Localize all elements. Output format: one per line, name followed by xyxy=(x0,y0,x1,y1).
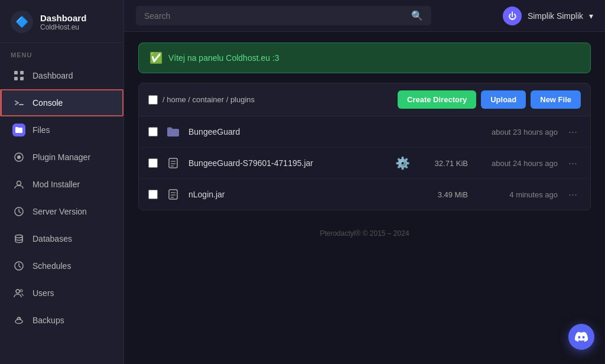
breadcrumb: / home / container / plugins xyxy=(162,95,255,104)
svg-point-11 xyxy=(15,235,22,238)
svg-rect-0 xyxy=(14,71,18,74)
logo-icon: 🔷 xyxy=(11,11,33,33)
action-buttons: Create Directory Upload New File xyxy=(398,90,581,109)
svg-rect-6 xyxy=(15,127,18,129)
new-file-button[interactable]: New File xyxy=(531,90,581,109)
user-dropdown-icon: ▾ xyxy=(589,11,593,21)
plugin-manager-icon xyxy=(12,151,25,164)
table-row[interactable]: nLogin.jar 3.49 MiB 4 minutes ago ··· xyxy=(139,179,590,210)
svg-rect-20 xyxy=(169,190,177,199)
create-directory-button[interactable]: Create Directory xyxy=(398,90,476,109)
menu-label: MENU xyxy=(0,43,123,62)
table-row[interactable]: BungeeGuard about 23 hours ago ··· xyxy=(139,116,590,148)
sidebar-nav: Dashboard Console Files Plugin Manager M xyxy=(0,62,123,364)
sidebar-item-dashboard[interactable]: Dashboard xyxy=(0,62,123,89)
sidebar-header: 🔷 Dashboard ColdHost.eu xyxy=(0,0,123,43)
file-size-2: 32.71 KiB xyxy=(421,159,468,168)
file-manager-header: / home / container / plugins Create Dire… xyxy=(139,83,590,116)
plugin-manager-label: Plugin Manager xyxy=(32,152,90,162)
server-version-icon xyxy=(12,205,25,218)
server-version-label: Server Version xyxy=(32,207,87,216)
file-name-2: BungeeGuard-S79601-471195.jar xyxy=(188,158,388,168)
svg-point-14 xyxy=(20,290,22,292)
databases-label: Databases xyxy=(32,234,72,243)
file-icon-nlogin xyxy=(165,186,181,203)
svg-rect-2 xyxy=(14,77,18,80)
select-all-checkbox[interactable] xyxy=(148,95,158,105)
sidebar-title: Dashboard ColdHost.eu xyxy=(40,13,86,31)
banner-message: Vítej na panelu Coldhost.eu :3 xyxy=(168,53,279,63)
schedules-label: Schedules xyxy=(32,261,71,271)
sidebar-item-files[interactable]: Files xyxy=(0,116,123,144)
file-actions-2[interactable]: ··· xyxy=(565,156,581,171)
sidebar-item-users[interactable]: Users xyxy=(0,280,123,307)
user-name: Simplik Simplik xyxy=(528,11,583,21)
console-label: Console xyxy=(32,98,63,108)
sidebar-item-plugin-manager[interactable]: Plugin Manager xyxy=(0,144,123,171)
databases-icon xyxy=(12,232,25,245)
files-icon xyxy=(12,124,25,136)
file-actions-1[interactable]: ··· xyxy=(565,125,581,139)
backups-label: Backups xyxy=(32,316,64,325)
sidebar-title-main: Dashboard xyxy=(40,13,86,23)
sidebar-item-mod-installer[interactable]: Mod Installer xyxy=(0,171,123,198)
svg-point-9 xyxy=(17,181,21,186)
file-name-3: nLogin.jar xyxy=(188,190,414,199)
file-checkbox-1[interactable] xyxy=(148,127,158,136)
file-date-2: about 24 hours ago xyxy=(475,159,558,168)
console-icon xyxy=(12,96,25,109)
file-size-3: 3.49 MiB xyxy=(421,190,468,199)
svg-point-13 xyxy=(16,290,19,293)
main-area: 🔍 ⏻ Simplik Simplik ▾ ✅ Vítej na panelu … xyxy=(124,0,605,364)
search-input[interactable] xyxy=(144,11,405,21)
sidebar-item-databases[interactable]: Databases xyxy=(0,225,123,252)
users-icon xyxy=(12,287,25,300)
search-wrap[interactable]: 🔍 xyxy=(136,6,431,25)
backups-icon xyxy=(12,314,25,327)
sidebar-item-server-version[interactable]: Server Version xyxy=(0,198,123,225)
topbar: 🔍 ⏻ Simplik Simplik ▾ xyxy=(124,0,605,32)
banner-icon: ✅ xyxy=(149,51,162,64)
users-label: Users xyxy=(32,288,54,298)
svg-point-8 xyxy=(17,155,21,159)
file-date-3: 4 minutes ago xyxy=(475,190,558,199)
dashboard-label: Dashboard xyxy=(32,71,73,80)
file-checkbox-3[interactable] xyxy=(148,190,158,199)
sidebar-item-console[interactable]: Console xyxy=(0,89,123,116)
discord-fab[interactable] xyxy=(568,324,594,350)
user-avatar: ⏻ xyxy=(503,6,522,25)
file-list: BungeeGuard about 23 hours ago ··· Bunge… xyxy=(139,116,590,210)
footer-text: Pterodactyl® © 2015 – 2024 xyxy=(320,229,409,238)
upload-button[interactable]: Upload xyxy=(481,90,526,109)
folder-icon xyxy=(165,124,181,140)
search-icon: 🔍 xyxy=(411,10,423,21)
table-row[interactable]: BungeeGuard-S79601-471195.jar ⚙️ 32.71 K… xyxy=(139,148,590,179)
file-icon-jar xyxy=(165,155,181,171)
footer: Pterodactyl® © 2015 – 2024 xyxy=(138,220,591,240)
svg-rect-3 xyxy=(20,77,24,80)
sidebar-item-schedules[interactable]: Schedules xyxy=(0,252,123,280)
sidebar-item-backups[interactable]: Backups xyxy=(0,307,123,334)
dashboard-icon xyxy=(12,69,25,82)
user-area[interactable]: ⏻ Simplik Simplik ▾ xyxy=(503,6,593,25)
mod-installer-icon xyxy=(12,178,25,191)
file-manager: / home / container / plugins Create Dire… xyxy=(138,83,591,210)
svg-rect-1 xyxy=(20,71,24,74)
svg-rect-16 xyxy=(169,158,177,168)
sidebar: 🔷 Dashboard ColdHost.eu MENU Dashboard C… xyxy=(0,0,124,364)
sidebar-title-sub: ColdHost.eu xyxy=(40,23,86,31)
schedules-icon xyxy=(12,259,25,272)
files-label: Files xyxy=(32,125,50,135)
welcome-banner: ✅ Vítej na panelu Coldhost.eu :3 xyxy=(138,43,591,73)
file-checkbox-2[interactable] xyxy=(148,158,158,168)
mod-installer-label: Mod Installer xyxy=(32,180,80,189)
file-date-1: about 23 hours ago xyxy=(475,128,558,136)
file-actions-3[interactable]: ··· xyxy=(565,187,581,202)
upload-indicator-icon: ⚙️ xyxy=(395,156,410,170)
svg-point-15 xyxy=(15,320,22,324)
breadcrumb-area: / home / container / plugins xyxy=(148,95,255,105)
file-name-1: BungeeGuard xyxy=(188,127,414,136)
content-area: ✅ Vítej na panelu Coldhost.eu :3 / home … xyxy=(124,32,605,364)
